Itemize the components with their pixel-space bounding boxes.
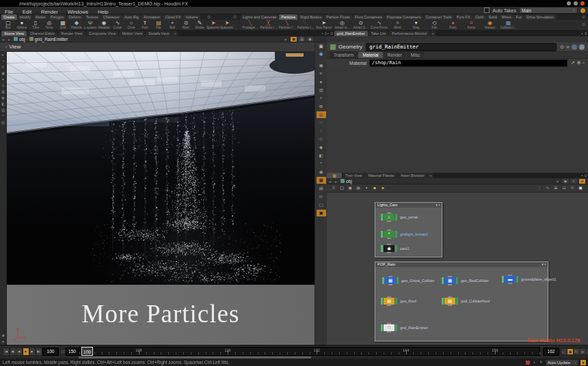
- shelf-tab-cloth[interactable]: Cloth: [473, 14, 486, 20]
- tab-material-palette[interactable]: Material Palette: [365, 173, 397, 178]
- clear-icon[interactable]: ▫: [583, 60, 585, 66]
- update-mode-selector[interactable]: Auto Update ↕: [546, 359, 578, 366]
- shelf-tab-deform[interactable]: Deform: [67, 14, 83, 20]
- shelf-tool-force[interactable]: ≡Force: [462, 20, 481, 29]
- shelf-tool-particles-f-[interactable]: ╳Particles f...: [259, 20, 278, 29]
- node-output-stub[interactable]: [387, 238, 391, 239]
- network-box-lights-cam[interactable]: Lights_Cam▾ ×⌂geo_portal*gridlight_forwa…: [375, 202, 442, 257]
- node-groundplane-object1[interactable]: ▬groundplane_object1: [502, 276, 556, 283]
- tab-scene-view[interactable]: Scene View: [1, 31, 27, 36]
- param-tab-misc[interactable]: Misc: [407, 52, 424, 58]
- shelf-tab-solid[interactable]: Solid: [487, 14, 499, 20]
- shelf-tab-pyro-fx[interactable]: Pyro FX: [455, 14, 472, 20]
- node-input-stub[interactable]: [448, 296, 452, 298]
- shelf-tab-modify[interactable]: Modify: [18, 14, 33, 20]
- more-menu-icon[interactable]: ⋮: [536, 185, 543, 191]
- node-input-stub[interactable]: [387, 229, 391, 231]
- network-box-controls[interactable]: ▾ ×: [542, 262, 546, 266]
- shelf-tab-character[interactable]: Character: [101, 14, 122, 20]
- path-segment-obj[interactable]: obj: [12, 37, 27, 42]
- node-output-stub[interactable]: [387, 305, 391, 306]
- shelf-tab-cloud-fx[interactable]: Cloud FX: [163, 14, 183, 20]
- link-globe-icon[interactable]: ◉: [317, 50, 326, 57]
- wire-style-icon[interactable]: ∿: [544, 185, 551, 191]
- node-output-stub[interactable]: [448, 284, 452, 285]
- select-tool-icon[interactable]: ▸: [2, 52, 4, 58]
- handles-icon[interactable]: +: [317, 95, 326, 102]
- node-input-stub[interactable]: [387, 296, 391, 298]
- node-geo-bedcollider[interactable]: ▦geo_BedCollider: [442, 277, 489, 284]
- node-output-stub[interactable]: [387, 221, 391, 222]
- node-display-flag[interactable]: [442, 277, 444, 284]
- node-render-flag[interactable]: [516, 276, 518, 283]
- shelf-tool-grid[interactable]: ▦Grid: [56, 20, 70, 29]
- shelf-tab-polygon[interactable]: Polygon: [49, 14, 66, 20]
- shelf-tool-spaceshi-[interactable]: ➤Spaceshi...: [220, 20, 234, 29]
- node-display-flag[interactable]: [442, 298, 444, 305]
- shelf-tab-populate-containers[interactable]: Populate Containers: [385, 14, 423, 20]
- message-log-icon[interactable]: [526, 361, 530, 365]
- select-components-icon[interactable]: ▥: [317, 87, 326, 94]
- shelf-tool-box[interactable]: ▢Box: [1, 20, 15, 29]
- op-jump-icon[interactable]: ↗: [571, 60, 575, 66]
- lighting-icon[interactable]: *: [2, 113, 3, 119]
- shelf-tools-gear-icon[interactable]: ⊙: [582, 22, 585, 27]
- pane-menu-icon[interactable]: ⊙: [330, 31, 334, 36]
- node-input-stub[interactable]: [508, 274, 512, 276]
- grid-snap-icon[interactable]: ⊞: [552, 185, 559, 191]
- frame-all-icon[interactable]: ▣: [577, 185, 584, 191]
- shelf-tool-auto-patrol[interactable]: ➤Auto Patrol: [315, 20, 333, 29]
- shelf-tab-fluid-containers[interactable]: Fluid Containers: [353, 14, 384, 20]
- node-render-flag[interactable]: [395, 231, 397, 238]
- refresh-icon[interactable]: ↻: [539, 360, 544, 365]
- audio-icon[interactable]: ◖: [532, 360, 537, 365]
- gear-icon[interactable]: ⊙: [579, 179, 585, 184]
- normals-display-icon[interactable]: ↑: [317, 128, 326, 135]
- construction-plane-icon[interactable]: ◎: [317, 111, 326, 118]
- nav-back-icon[interactable]: ◂: [327, 179, 333, 184]
- shelf-tab-auto-rig[interactable]: Auto Rig: [122, 14, 141, 20]
- rotate-tool-icon[interactable]: ↻: [1, 64, 5, 70]
- node-input-stub[interactable]: [387, 212, 391, 214]
- pane-layout-icon[interactable]: ▣: [317, 42, 326, 50]
- minimize-button[interactable]: [567, 1, 571, 5]
- help-icon[interactable]: [572, 44, 577, 50]
- shelf-tab-particles[interactable]: Particles: [279, 14, 297, 20]
- node-render-flag[interactable]: [397, 277, 399, 284]
- shelf-tool-curve[interactable]: ∿Curve: [111, 20, 124, 29]
- lights-display-icon[interactable]: *: [317, 160, 326, 167]
- shelf-tool-font[interactable]: TFont: [138, 20, 152, 29]
- shelf-tool-file[interactable]: ▤File: [152, 20, 165, 29]
- node-gridlight-forward[interactable]: *gridlight_forward: [381, 231, 428, 238]
- tab-view[interactable]: ‹ View: [5, 44, 21, 50]
- tab-channel-editor[interactable]: Channel Editor: [27, 31, 57, 36]
- step-back-button[interactable]: ◀|: [10, 348, 16, 356]
- shelf-tab-lights-and-cameras[interactable]: Lights and Cameras: [241, 14, 278, 20]
- material-path-field[interactable]: /shop/Rain: [369, 59, 567, 67]
- node-cam1[interactable]: ◉cam1: [381, 245, 409, 252]
- swatch-orange-icon[interactable]: ■: [379, 185, 386, 191]
- snap-options-icon[interactable]: ⊙: [1, 83, 5, 89]
- node-input-stub[interactable]: [387, 244, 391, 245]
- shelf-tool-propagat-[interactable]: ╲Propagat...: [241, 20, 259, 29]
- tab-performance-monitor[interactable]: Performance Monitor: [389, 31, 429, 36]
- wireframe-icon[interactable]: ▥: [1, 107, 5, 113]
- shelf-tool-particles-f-[interactable]: ╲Particles f...: [278, 20, 296, 29]
- material-display-icon[interactable]: ◧: [317, 152, 326, 159]
- badge-icon[interactable]: ▢: [338, 185, 345, 191]
- shelf-tab-rigid-bodies[interactable]: Rigid Bodies: [298, 14, 323, 20]
- playhead[interactable]: 100: [81, 347, 93, 356]
- node-name-field[interactable]: grid_RainEmitter: [366, 43, 557, 51]
- pin-icon[interactable]: [579, 44, 585, 50]
- snapshot-icon[interactable]: ▢: [317, 201, 326, 208]
- timeline-ruler[interactable]: 100 108120132144156: [79, 347, 540, 356]
- network-path-segment[interactable]: obj: [339, 179, 353, 184]
- gear-icon[interactable]: ⊙: [560, 44, 564, 50]
- node-display-flag[interactable]: [381, 231, 383, 238]
- auto-takes-checkbox[interactable]: [484, 8, 490, 13]
- node-geo-roof[interactable]: ▤geo_Roof: [381, 298, 416, 305]
- shelf-gear-icon[interactable]: ⊙: [233, 14, 237, 20]
- play-forward-button[interactable]: ▶: [29, 348, 36, 356]
- shelf-tool-point[interactable]: ●Point: [444, 20, 462, 29]
- display-options-icon[interactable]: ▦: [1, 89, 5, 95]
